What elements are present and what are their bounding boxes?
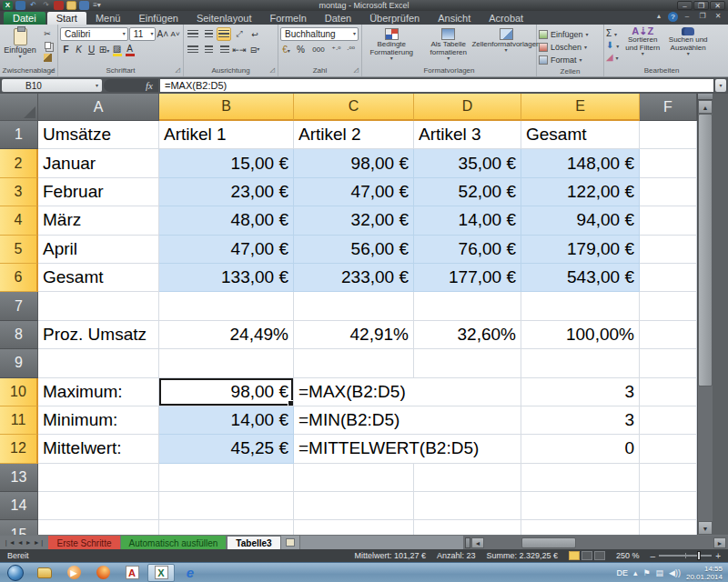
cell-C12[interactable]: =MITTELWERT(B2:D5) [294, 435, 414, 463]
sheet-tab-erste-schritte[interactable]: Erste Schritte [48, 536, 120, 549]
cell-A9[interactable] [38, 349, 159, 377]
cell-B8[interactable]: 24,49% [159, 321, 294, 349]
minimize-button[interactable]: – [677, 1, 693, 10]
cell-B6[interactable]: 133,00 € [159, 264, 294, 292]
cell-E5[interactable]: 179,00 € [521, 236, 640, 264]
ribbon-tab-überprüfen[interactable]: Überprüfen [360, 12, 429, 25]
cell-A3[interactable]: Februar [38, 178, 159, 206]
sort-filter-button[interactable]: A⇣Z Sortieren und Filtern▾ [621, 26, 664, 65]
ribbon-tab-daten[interactable]: Daten [316, 12, 360, 25]
cell-D2[interactable]: 35,00 € [414, 149, 521, 177]
expand-formula-bar-icon[interactable]: ▾ [715, 79, 726, 92]
conditional-formatting-button[interactable]: Bedingte Formatierung▾ [364, 26, 420, 65]
fill-color-icon[interactable]: ▨ [111, 44, 123, 56]
vertical-split-handle[interactable] [698, 94, 713, 100]
doc-close-icon[interactable]: ✕ [712, 12, 724, 22]
cell-F9[interactable] [640, 349, 697, 377]
cell-D3[interactable]: 52,00 € [414, 178, 521, 206]
cell-A1[interactable]: Umsätze [38, 121, 159, 149]
cell-C10[interactable]: =MAX(B2:D5) [294, 378, 414, 406]
cell-E10[interactable]: 3 [521, 378, 640, 406]
cell-B2[interactable]: 15,00 € [159, 149, 294, 177]
align-middle-icon[interactable] [201, 27, 216, 41]
cell-F11[interactable] [640, 406, 697, 435]
cell-C7[interactable] [294, 292, 414, 320]
ribbon-tab-menü[interactable]: Menü [86, 12, 130, 25]
language-indicator[interactable]: DE [616, 568, 628, 577]
cell-styles-button[interactable]: Zellenformatvorlagen▾ [478, 26, 534, 65]
cell-E2[interactable]: 148,00 € [521, 149, 640, 177]
cell-F3[interactable] [640, 178, 697, 206]
row-header-12[interactable]: 12 [0, 435, 38, 463]
cell-D9[interactable] [414, 349, 521, 377]
cell-E8[interactable]: 100,00% [521, 321, 640, 349]
cell-D10[interactable] [414, 378, 521, 406]
normal-view-icon[interactable] [569, 551, 580, 560]
scroll-right-icon[interactable]: ► [713, 537, 726, 548]
font-family-select[interactable]: Calibri▾ [60, 27, 128, 41]
cell-D11[interactable] [414, 406, 521, 435]
adobe-reader-button[interactable]: A [118, 564, 146, 582]
row-header-13[interactable]: 13 [0, 464, 38, 492]
excel-button[interactable]: X [147, 564, 175, 582]
cell-F13[interactable] [640, 464, 697, 492]
vertical-scroll-thumb[interactable] [698, 114, 713, 386]
clear-button[interactable]: ◢ ▾ [606, 52, 619, 63]
zoom-track[interactable] [659, 555, 712, 557]
insert-function-icon[interactable]: fx [146, 80, 153, 91]
cell-E3[interactable]: 122,00 € [521, 178, 640, 206]
zoom-handle[interactable] [697, 551, 701, 560]
wrap-text-icon[interactable]: ↩ [248, 27, 262, 41]
horizontal-scroll-track[interactable] [485, 537, 713, 548]
dialog-launcher-number[interactable]: ◿ [354, 65, 359, 75]
firefox-button[interactable] [89, 564, 116, 582]
formula-input[interactable]: =MAX(B2:D5) [160, 79, 713, 92]
pdf-tool-icon[interactable] [54, 1, 64, 10]
cell-E12[interactable]: 0 [521, 435, 640, 463]
format-as-table-button[interactable]: Als Tabelle formatieren▾ [421, 26, 477, 65]
cell-C1[interactable]: Artikel 2 [294, 121, 414, 149]
cell-A5[interactable]: April [38, 236, 159, 264]
folder-icon[interactable] [66, 1, 76, 10]
column-header-B[interactable]: B [159, 94, 294, 121]
cell-B3[interactable]: 23,00 € [159, 178, 294, 206]
help-icon[interactable]: ? [668, 12, 678, 22]
cell-C14[interactable] [294, 492, 414, 520]
select-all-corner[interactable] [0, 94, 38, 121]
volume-icon[interactable]: ◀)) [669, 568, 681, 577]
doc-restore-icon[interactable]: ❐ [696, 12, 709, 22]
paste-button[interactable]: Einfügen ▾ [2, 26, 38, 65]
cell-C13[interactable] [294, 464, 414, 492]
cell-E15[interactable] [521, 520, 640, 535]
restore-button[interactable]: ❐ [693, 1, 709, 10]
cell-F14[interactable] [640, 492, 697, 520]
cell-B4[interactable]: 48,00 € [159, 206, 294, 235]
scroll-down-icon[interactable]: ▼ [698, 521, 713, 535]
sheet-tab-tabelle3[interactable]: Tabelle3 [227, 536, 280, 549]
cell-B12[interactable]: 45,25 € [159, 435, 294, 463]
row-header-8[interactable]: 8 [0, 321, 38, 349]
dialog-launcher-clipboard[interactable]: ◿ [50, 65, 55, 75]
ribbon-tab-seitenlayout[interactable]: Seitenlayout [187, 12, 261, 25]
increase-decimal-icon[interactable]: ⁺·⁰ [330, 45, 342, 54]
cell-F8[interactable] [640, 321, 697, 349]
align-right-icon[interactable] [217, 43, 231, 56]
align-top-icon[interactable] [186, 27, 200, 41]
column-header-A[interactable]: A [38, 94, 159, 121]
zoom-in-icon[interactable]: + [715, 551, 721, 561]
ribbon-tab-datei[interactable]: Datei [4, 12, 46, 25]
cell-D15[interactable] [414, 520, 521, 535]
cell-C5[interactable]: 56,00 € [294, 236, 414, 264]
horizontal-split-handle[interactable] [465, 537, 470, 548]
align-left-icon[interactable] [186, 43, 200, 56]
cell-E9[interactable] [521, 349, 640, 377]
show-hidden-icons[interactable]: ▴ [633, 568, 638, 577]
cell-C8[interactable]: 42,91% [294, 321, 414, 349]
last-sheet-icon[interactable]: ►❘ [34, 539, 46, 547]
page-layout-view-icon[interactable] [581, 551, 592, 560]
cell-A10[interactable]: Maximum: [38, 378, 159, 406]
row-header-10[interactable]: 10 [0, 378, 38, 406]
number-format-select[interactable]: Buchhaltung▾ [280, 27, 359, 41]
column-header-F[interactable]: F [640, 94, 697, 121]
accounting-format-icon[interactable]: €▾ [280, 45, 292, 55]
